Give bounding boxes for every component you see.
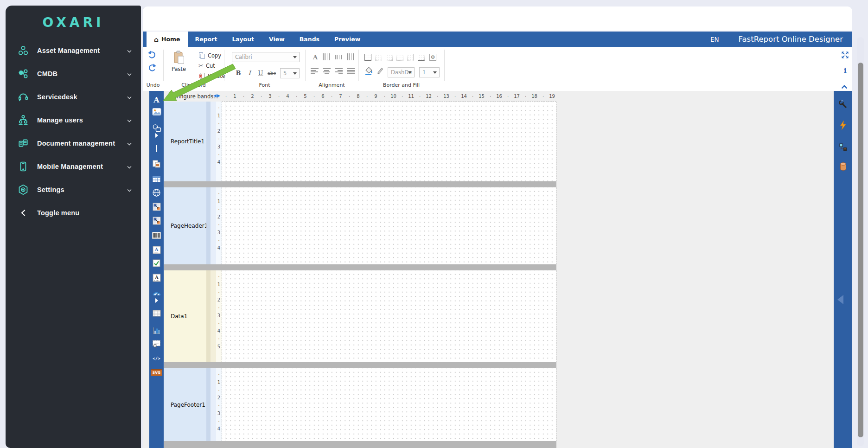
sidebar-item-servicedesk[interactable]: Servicedesk (6, 85, 141, 109)
sidebar-item-manage-users[interactable]: Manage users (6, 109, 141, 132)
ruler-tick: · (257, 93, 266, 100)
vertical-align-bottom-button[interactable] (347, 53, 354, 60)
fill-color-button[interactable] (364, 66, 374, 75)
tab-home[interactable]: ⌂ Home (147, 32, 188, 47)
bar (311, 70, 316, 71)
band-page-footer[interactable]: PageFooter1 ·1·2·3·4 (164, 368, 556, 441)
report-tree-icon[interactable] (838, 142, 848, 152)
chart-tool-icon[interactable] (151, 325, 162, 336)
shape-tool-icon[interactable] (151, 122, 162, 133)
line-color-button[interactable] (376, 66, 384, 75)
ruler-tick: 16 (495, 93, 504, 100)
border-all-button[interactable] (364, 54, 371, 61)
settings-icon (17, 183, 30, 196)
border-bottom-button[interactable] (418, 54, 425, 61)
report-page-area[interactable] (222, 102, 556, 181)
sidebar-item-mobile-management[interactable]: Mobile Management (6, 155, 141, 178)
font-family-select[interactable]: Calibri (232, 52, 300, 62)
sidebar-item-asset-management[interactable]: Asset Management (6, 39, 141, 62)
group-label-font: Font (224, 82, 305, 88)
tab-report[interactable]: Report (188, 32, 225, 47)
paste-icon (173, 51, 185, 64)
border-top-button[interactable] (396, 54, 403, 61)
line-tool-icon[interactable] (151, 143, 162, 154)
fullscreen-button[interactable] (841, 51, 849, 61)
band-separator[interactable] (164, 362, 556, 368)
stamp-tool-icon[interactable] (151, 338, 162, 349)
rich-text-tool-icon[interactable]: A (151, 244, 162, 255)
cut-button[interactable]: ✂ Cut (198, 62, 215, 69)
band-data[interactable]: Data1 ·1·2·3·4·5 (164, 270, 556, 362)
border-left-button[interactable] (386, 54, 393, 61)
map-tool-icon[interactable] (151, 187, 162, 198)
redo-button[interactable] (147, 64, 157, 72)
barcode-tool-icon[interactable] (151, 230, 162, 241)
sidebar-item-settings[interactable]: Settings (6, 178, 141, 201)
checkbox-tool-icon[interactable] (151, 258, 162, 269)
copy-button[interactable]: Copy (198, 52, 221, 59)
picture-tool-icon[interactable] (151, 106, 162, 117)
gauge-more-caret[interactable] (151, 298, 162, 303)
underline-button[interactable]: U (256, 68, 265, 77)
report-page-area[interactable] (222, 368, 556, 441)
toggle-menu-label: Toggle menu (37, 209, 132, 217)
font-color-button[interactable]: A (311, 52, 320, 62)
collapse-ribbon-button[interactable] (841, 82, 848, 91)
band-nav-arrows[interactable]: ◀▶ (213, 93, 221, 98)
undo-button[interactable] (147, 51, 157, 59)
align-left-button[interactable] (311, 68, 319, 74)
grid-tool-icon[interactable] (151, 308, 162, 319)
border-width-select[interactable]: 1 (419, 67, 440, 77)
matrix-2-tool-icon[interactable] (151, 215, 162, 226)
align-center-button[interactable] (323, 68, 331, 74)
ruler-tick: 14 (460, 93, 468, 100)
matrix-tool-icon[interactable] (151, 201, 162, 212)
border-style-select[interactable]: DashDo (388, 67, 415, 77)
delete-button[interactable]: Delete (198, 72, 225, 79)
shape-more-caret[interactable] (151, 133, 162, 138)
italic-button[interactable]: I (245, 68, 254, 77)
paste-button[interactable]: Paste (172, 51, 186, 72)
tab-preview[interactable]: Preview (327, 32, 368, 47)
band-separator[interactable] (164, 181, 556, 187)
properties-wrench-icon[interactable] (838, 99, 848, 109)
data-source-icon[interactable] (838, 161, 848, 172)
events-bolt-icon[interactable] (838, 120, 848, 130)
report-page-area[interactable] (222, 270, 556, 362)
vertical-align-center-button[interactable] (335, 53, 342, 60)
font-size-select[interactable]: 5 (280, 68, 300, 78)
text-tool-icon[interactable]: A (151, 95, 162, 105)
align-justify-button[interactable] (347, 68, 355, 74)
border-none-button[interactable] (375, 54, 382, 61)
collapse-panel-arrow[interactable] (837, 295, 843, 304)
border-right-button[interactable] (407, 54, 414, 61)
info-button[interactable]: i (844, 66, 847, 75)
sidebar-toggle-menu[interactable]: Toggle menu (6, 201, 141, 224)
bar (335, 71, 343, 72)
band-report-title[interactable]: ReportTitle1 ·1·2·3·4 (164, 102, 556, 181)
tab-bands[interactable]: Bands (292, 32, 327, 47)
html-tool-icon[interactable]: </> (151, 353, 162, 364)
sidebar-item-cmdb[interactable]: CMDB (6, 62, 141, 85)
svg-tool-icon[interactable]: SVG (151, 367, 162, 378)
vertical-ruler: ·1·2·3·4 (216, 187, 222, 264)
tab-view[interactable]: View (262, 32, 292, 47)
text-block-tool-icon[interactable]: A (151, 272, 162, 283)
band-separator[interactable] (164, 264, 556, 270)
subreport-tool-icon[interactable] (151, 159, 162, 169)
report-page-area[interactable] (222, 187, 556, 264)
align-right-button[interactable] (335, 68, 343, 74)
strikethrough-button[interactable]: abc (267, 68, 276, 77)
tab-layout[interactable]: Layout (224, 32, 262, 47)
bold-button[interactable]: B (234, 68, 243, 77)
band-separator[interactable] (164, 441, 556, 448)
gauge-tool-icon[interactable] (151, 287, 162, 298)
vertical-align-top-button[interactable] (323, 53, 330, 60)
sidebar-item-document-management[interactable]: Document management (6, 132, 141, 155)
page-scrollbar-thumb[interactable] (858, 63, 863, 437)
band-page-header[interactable]: PageHeader1 ·1·2·3·4 (164, 187, 556, 264)
border-settings-button[interactable]: ⚙ (429, 54, 436, 61)
configure-bands-button[interactable]: Configure bands... (170, 93, 218, 100)
table-tool-icon[interactable] (151, 173, 162, 184)
language-selector[interactable]: EN (710, 36, 719, 43)
